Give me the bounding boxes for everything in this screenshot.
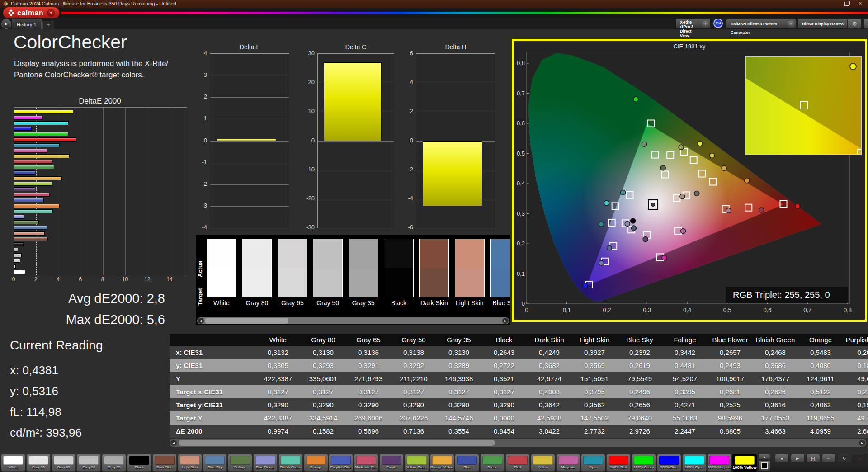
- pattern-gray-65[interactable]: Gray 65: [52, 454, 76, 472]
- pattern-blue[interactable]: Blue: [455, 454, 479, 472]
- pattern-purplish-blue[interactable]: Purplish Blue: [329, 454, 353, 472]
- close-icon[interactable]: ×: [856, 1, 864, 7]
- pattern-blue-sky[interactable]: Blue Sky: [203, 454, 227, 472]
- pattern-label: Purple: [378, 466, 405, 469]
- pattern-moderate-red[interactable]: Moderate Red: [354, 454, 378, 472]
- scroll-right-icon[interactable]: ▶: [502, 318, 509, 324]
- table-cell: 54,5207: [662, 372, 708, 385]
- restore-icon[interactable]: [844, 2, 849, 6]
- scrollbar-thumb[interactable]: [205, 318, 288, 324]
- pattern-orange-yellow[interactable]: Orange Yellow: [430, 454, 454, 472]
- tab-history-1[interactable]: History 1: [12, 19, 42, 29]
- pattern-100-magenta[interactable]: 100% Magenta: [707, 454, 731, 472]
- pattern-yellow-green[interactable]: Yellow Green: [405, 454, 429, 472]
- de-bar-green: [14, 165, 54, 169]
- table-cell: 211,2210: [391, 372, 436, 385]
- history-menu-button[interactable]: ▶: [1, 19, 11, 29]
- pattern-light-skin[interactable]: Light Skin: [178, 454, 202, 472]
- pattern-100-cyan[interactable]: 100% Cyan: [682, 454, 707, 472]
- table-cell: 0,3127: [391, 385, 436, 398]
- table-cell: 42,6774: [527, 372, 572, 385]
- table-cell: 334,5914: [301, 411, 346, 425]
- measured-marker: [710, 153, 715, 158]
- pattern-purple[interactable]: Purple: [379, 454, 404, 472]
- scrollbar-thumb[interactable]: [179, 440, 495, 446]
- pattern-cyan[interactable]: Cyan: [581, 454, 605, 472]
- pattern-generator-dropdown[interactable]: CalMAN Client 3 Pattern Generator ▼: [726, 19, 796, 29]
- chevron-down-icon[interactable]: ▼: [702, 21, 709, 28]
- table-cell: 0,2468: [753, 346, 798, 359]
- scroll-right-icon[interactable]: ▶: [859, 440, 865, 446]
- pattern-dark-skin[interactable]: Dark Skin: [152, 454, 177, 472]
- range-button[interactable]: [-]: [806, 454, 820, 463]
- table-cell: 0,4063: [798, 398, 843, 411]
- pattern-foliage[interactable]: Foliage: [228, 454, 252, 472]
- play-button[interactable]: ▶: [791, 454, 805, 463]
- pattern-color: [709, 456, 729, 465]
- y-tick-label: 0,8: [517, 60, 525, 66]
- pattern-gray-50[interactable]: Gray 50: [76, 454, 101, 472]
- swatch-label: Gray 65: [278, 299, 307, 307]
- gear-icon[interactable]: ⚙: [847, 19, 862, 29]
- loop-button[interactable]: ∞: [822, 454, 836, 463]
- logo-row: calman ▼: [0, 8, 868, 18]
- pattern-label: Orange: [302, 466, 330, 469]
- swatch-strip-scrollbar[interactable]: ◀ ▶: [197, 317, 509, 324]
- pattern-green[interactable]: Green: [480, 454, 505, 472]
- target-color: [420, 268, 448, 297]
- pattern-gray-35[interactable]: Gray 35: [102, 454, 126, 472]
- pattern-magenta[interactable]: Magenta: [556, 454, 580, 472]
- measured-marker: [621, 190, 626, 195]
- pattern-white[interactable]: White: [1, 454, 25, 472]
- table-header-row: WhiteGray 80Gray 65Gray 50Gray 35BlackDa…: [170, 334, 868, 346]
- measured-marker: [662, 255, 667, 260]
- chevron-down-icon[interactable]: ▼: [788, 21, 794, 28]
- column-header-gray-35: Gray 35: [436, 334, 481, 346]
- y-tick-label: -30: [304, 224, 315, 231]
- pattern-100-green[interactable]: 100% Green: [632, 454, 656, 472]
- measured-marker: [694, 191, 699, 196]
- pattern-red[interactable]: Red: [505, 454, 530, 472]
- display-control-dropdown[interactable]: Direct Display Control ▼: [797, 19, 855, 29]
- pattern-100-yellow[interactable]: 100% Yellow: [732, 454, 757, 472]
- de-bar-bluish-green: [14, 209, 53, 213]
- refresh-button[interactable]: ↻: [837, 454, 851, 463]
- table-cell: 147,5502: [572, 411, 617, 425]
- pattern-window-button[interactable]: [759, 460, 770, 471]
- de-bar-gray-35: [14, 248, 18, 252]
- pattern-yellow[interactable]: Yellow: [531, 454, 555, 472]
- rainbow-strip: [61, 12, 868, 14]
- scroll-left-icon[interactable]: ◀: [170, 440, 177, 446]
- pattern-black[interactable]: Black: [127, 454, 151, 472]
- actual-color: [278, 239, 307, 268]
- corner-cell: [170, 334, 255, 346]
- table-cell: 0,3521: [481, 372, 527, 385]
- measured-marker: [643, 237, 648, 242]
- stop-button[interactable]: ■: [775, 454, 789, 463]
- row-label: ΔE 2000: [170, 425, 255, 438]
- collapse-panel-icon[interactable]: ◀: [863, 19, 868, 29]
- table-scrollbar[interactable]: ◀ ▶: [170, 439, 866, 447]
- record-button[interactable]: ●: [853, 454, 867, 463]
- delta-bar: [324, 62, 382, 141]
- cie-1931-panel[interactable]: 00,10,20,30,40,50,60,70,800,10,20,30,40,…: [512, 39, 867, 322]
- pattern-100-red[interactable]: 100% Red: [606, 454, 631, 472]
- meter-dropdown[interactable]: X-Rite i1Pro 3 Direct View ▼: [675, 19, 711, 29]
- pattern-orange[interactable]: Orange: [304, 454, 328, 472]
- pattern-100-blue[interactable]: 100% Blue: [657, 454, 681, 472]
- actual-color: [384, 239, 413, 268]
- add-tab-button[interactable]: +: [42, 21, 54, 30]
- pattern-gray-80[interactable]: Gray 80: [26, 454, 51, 472]
- scroll-left-icon[interactable]: ◀: [198, 318, 204, 324]
- row-label: Y: [170, 372, 255, 385]
- chevron-down-icon[interactable]: ▼: [47, 9, 55, 17]
- calman-menu-button[interactable]: calman ▼: [3, 7, 60, 19]
- title-bar[interactable]: Calman 2024 Calman Ultimate for Business…: [0, 0, 868, 8]
- pattern-color: [609, 456, 628, 465]
- swatch-label: Blue Sky: [490, 299, 510, 307]
- pattern-blue-flower[interactable]: Blue Flower: [253, 454, 278, 472]
- de-bar-row: [14, 120, 187, 126]
- up-icon[interactable]: ▲: [759, 454, 770, 459]
- pattern-bluish-green[interactable]: Bluish Green: [278, 454, 303, 472]
- patch-swatch-black: [384, 239, 414, 297]
